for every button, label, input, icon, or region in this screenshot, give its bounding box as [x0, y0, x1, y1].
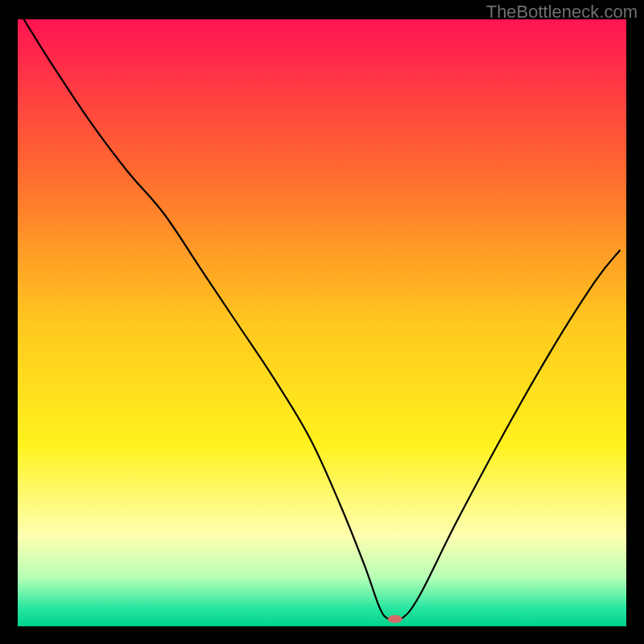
- plot-background: [18, 19, 626, 626]
- optimal-point-marker: [388, 615, 402, 623]
- chart-frame: TheBottleneck.com: [0, 0, 644, 644]
- bottleneck-chart: [0, 0, 644, 644]
